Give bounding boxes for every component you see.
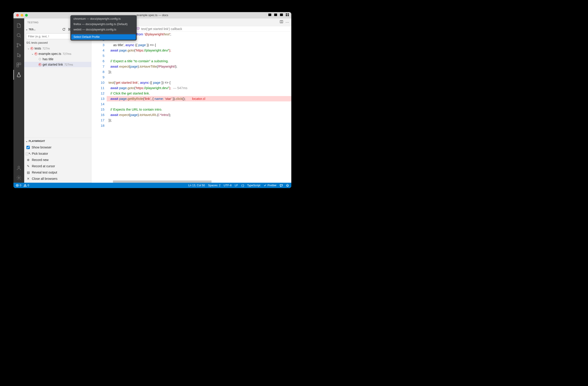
testing-sidebar: TESTING ⋯ ⌄ TES... ⌄ ⋯ 0/1 tests passed … [24, 18, 91, 183]
output-icon: ▤ [26, 171, 30, 174]
tests-passed-label: 0/1 tests passed [24, 40, 91, 45]
tree-label: get started link [42, 63, 63, 66]
svg-rect-17 [19, 63, 21, 65]
svg-point-15 [19, 56, 21, 57]
chevron-down-icon: ⌄ [31, 52, 34, 55]
tree-label: tests [35, 47, 41, 50]
svg-rect-9 [288, 15, 289, 16]
profile-option[interactable]: chromium — docs/playwright.config.ts [71, 16, 136, 21]
tree-label: has title [42, 57, 53, 61]
playwright-header[interactable]: ⌄ PLAYWRIGHT [24, 138, 91, 144]
minimize-window-button[interactable] [21, 14, 23, 17]
source-control-icon[interactable] [13, 40, 24, 50]
playwright-action[interactable]: ✎Record at cursor [24, 163, 91, 169]
status-encoding[interactable]: UTF-8 [224, 184, 231, 187]
status-bar: 0 0 Ln 13, Col 50 Spaces: 2 UTF-8 LF {} … [13, 183, 291, 188]
breadcrumb-symbol[interactable]: test('get started link') callback [141, 27, 182, 31]
status-errors[interactable]: 0 [16, 184, 21, 187]
refresh-icon[interactable] [61, 27, 66, 32]
run-debug-icon[interactable] [13, 50, 24, 60]
symbol-icon [136, 27, 140, 31]
test-tree: ⌄✕tests727m⌄✕example.spec.ts727mshas tit… [24, 45, 91, 68]
test-tree-row[interactable]: ✕get started link727ms [24, 62, 91, 67]
maximize-window-button[interactable] [25, 14, 28, 17]
playwright-action[interactable]: ▤Reveal test output [24, 169, 91, 175]
plus-icon: ⊕ [26, 158, 30, 162]
panel-left-icon[interactable] [268, 13, 272, 18]
tree-time: 727m [42, 47, 50, 50]
settings-gear-icon[interactable] [13, 173, 24, 183]
playwright-title: PLAYWRIGHT [29, 140, 45, 142]
test-tree-row[interactable]: ⌄✕example.spec.ts727ms [24, 51, 91, 57]
test-tree-row[interactable]: ⌄✕tests727m [24, 46, 91, 51]
pick-icon: ⬚↖ [26, 152, 30, 155]
test-tree-row[interactable]: has title [24, 57, 91, 62]
playwright-action[interactable]: ⬚↖Pick locator [24, 151, 91, 157]
chevron-down-icon: ⌄ [25, 139, 28, 143]
svg-point-12 [17, 43, 18, 45]
profile-option[interactable]: webkit — docs/playwright.config.ts [71, 27, 136, 32]
svg-rect-0 [269, 13, 271, 16]
status-prettier[interactable]: Prettier [264, 184, 276, 187]
window-title: example.spec.ts — docs [136, 13, 168, 17]
close-window-button[interactable] [16, 14, 19, 17]
svg-point-10 [17, 34, 20, 37]
tree-time: 727ms [64, 63, 73, 66]
status-bell-icon[interactable] [286, 184, 289, 187]
svg-rect-4 [280, 13, 283, 16]
profile-dropdown: chromium — docs/playwright.config.tsfire… [70, 15, 137, 40]
tree-label: example.spec.ts [39, 52, 61, 56]
accounts-icon[interactable] [13, 163, 24, 173]
status-feedback-icon[interactable] [280, 184, 283, 187]
layout-icon[interactable] [286, 13, 289, 18]
editor-area: example.spec.ts ✕ ⋯ tests › example.spec… [91, 18, 291, 183]
svg-point-20 [18, 177, 20, 178]
section-title: TES... [29, 28, 60, 31]
chevron-down-icon: ⌄ [25, 28, 28, 31]
code-editor[interactable]: 123456789✕101112131415161718 { test, exp… [91, 32, 291, 183]
playwright-action[interactable]: ⊕Record new [24, 157, 91, 163]
status-spaces[interactable]: Spaces: 2 [208, 184, 220, 187]
status-warnings[interactable]: 0 [23, 184, 29, 187]
svg-rect-7 [288, 13, 289, 15]
playwright-action[interactable]: ✕Close all browsers [24, 175, 91, 182]
playwright-action[interactable]: Show browser [24, 144, 91, 151]
titlebar: example.spec.ts — docs [13, 12, 291, 18]
svg-rect-16 [17, 63, 19, 65]
status-eol[interactable]: LF [235, 184, 238, 187]
x-icon: ✕ [26, 177, 30, 180]
split-editor-icon[interactable] [280, 20, 283, 24]
svg-point-14 [20, 45, 21, 46]
sidebar-title: TESTING [27, 21, 39, 24]
popup-separator [72, 33, 135, 33]
tree-time: 727ms [63, 52, 71, 56]
svg-point-19 [18, 166, 20, 168]
horizontal-scrollbar[interactable] [113, 180, 211, 183]
svg-rect-2 [274, 13, 277, 16]
svg-rect-18 [17, 65, 19, 67]
explorer-icon[interactable] [13, 20, 24, 30]
show-browser-checkbox[interactable] [26, 146, 30, 149]
status-cursor[interactable]: Ln 13, Col 50 [188, 184, 205, 187]
svg-rect-6 [286, 13, 287, 15]
titlebar-actions [268, 13, 289, 18]
status-lang[interactable]: {} TypeScript [241, 184, 260, 187]
pencil-icon: ✎ [26, 164, 30, 168]
select-default-profile[interactable]: Select Default Profile [71, 34, 136, 40]
extensions-icon[interactable] [13, 60, 24, 70]
panel-right-icon[interactable] [280, 13, 283, 18]
window-controls [16, 14, 28, 17]
svg-rect-8 [286, 15, 287, 16]
more-tab-actions-icon[interactable]: ⋯ [286, 20, 289, 24]
chevron-down-icon: ⌄ [27, 47, 30, 50]
testing-icon[interactable] [13, 70, 24, 80]
panel-bottom-icon[interactable] [274, 13, 277, 18]
search-icon[interactable] [13, 30, 24, 40]
svg-line-11 [20, 37, 21, 38]
activity-bar [13, 18, 24, 183]
profile-option[interactable]: firefox — docs/playwright.config.ts (Def… [71, 21, 136, 27]
svg-point-13 [17, 46, 18, 47]
